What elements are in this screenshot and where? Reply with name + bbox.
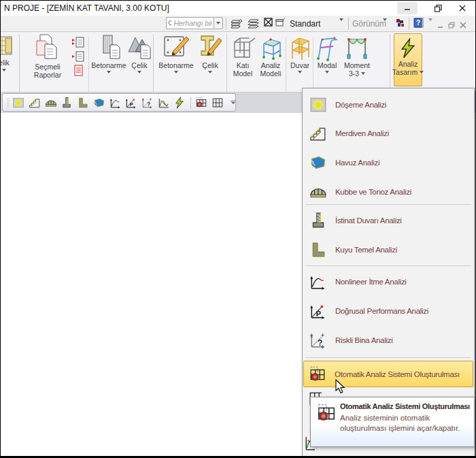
window-title: N PROJE - [ZEMİN KAT TAVANI, 3.00 KOTU] <box>4 3 169 13</box>
dome-icon <box>309 183 327 201</box>
menu-item-dogrusal-performans-analizi[interactable]: Doğrusal Performans Analizi <box>304 297 473 325</box>
secmeli-raporlar-button[interactable]: Seçmeli Raporlar <box>22 34 73 86</box>
menu-item-havuz-analizi[interactable]: Havuz Analizi <box>304 148 473 177</box>
window-view-icon[interactable] <box>275 17 286 27</box>
search-input[interactable]: Herhangi bir komut ara... <box>166 17 214 29</box>
menu-item-riskli-bina-analizi[interactable]: Riskli Bina Analizi <box>304 326 473 355</box>
mdi-restore-button[interactable] <box>447 18 456 32</box>
pushover-chart-icon <box>309 273 327 291</box>
menu-item-otomatik-analiz-sistemi[interactable]: Otomatik Analiz Sistemi Oluşturulması <box>303 361 473 387</box>
window-bottom-border <box>1 456 475 457</box>
retaining-wall-icon <box>309 212 327 229</box>
celik-rapor-button[interactable]: Çelik <box>127 34 152 86</box>
analiz-tasarim-button[interactable]: Analiz Tasarım <box>394 33 422 86</box>
view-menu[interactable]: Görünüm <box>352 19 386 29</box>
style-selector-value[interactable]: Standart <box>290 19 320 29</box>
cizim-celik-button[interactable]: Çelik <box>197 34 224 86</box>
menu-item-kubbe-tonoz-analizi[interactable]: Kubbe ve Tonoz Analizi <box>304 178 473 206</box>
retaining-wall-toolbar-icon[interactable] <box>60 95 74 110</box>
kati-model-button[interactable]: Katı Model <box>229 34 256 86</box>
modal-analysis-icon <box>314 34 340 61</box>
menu-item-istinat-duvari-analizi[interactable]: İstinat Duvarı Analizi <box>304 206 473 235</box>
red-report-icon[interactable] <box>71 65 85 77</box>
search-icon <box>168 20 171 27</box>
menu-item-nonlineer-itme-analizi[interactable]: Nonlineer İtme Analizi <box>304 267 473 296</box>
report-arrows-icon[interactable] <box>71 36 85 48</box>
well-foundation-icon <box>309 241 327 259</box>
analiz-modeli-button[interactable]: Analiz Modeli <box>257 34 284 86</box>
betonarme-rapor-button[interactable]: Betonarme <box>91 34 126 86</box>
analysis-grid-toolbar-icon[interactable] <box>210 95 224 110</box>
mdi-close-button[interactable] <box>458 18 468 32</box>
auto-analysis-toolbar-icon[interactable] <box>194 95 209 110</box>
minimize-icon <box>403 4 411 12</box>
wall-model-icon <box>287 34 313 61</box>
cizim-betonarme-button[interactable]: Betonarme <box>157 34 195 86</box>
minimize-button[interactable] <box>397 2 418 14</box>
duvar-button[interactable]: Duvar <box>288 34 312 86</box>
search-dropdown-arrow[interactable] <box>214 17 223 29</box>
performance-chart-toolbar-icon[interactable] <box>156 95 171 110</box>
pool-icon <box>309 154 327 171</box>
toolbar-drag-handle[interactable] <box>7 97 10 109</box>
dome-analysis-toolbar-icon[interactable] <box>44 95 58 110</box>
analysis-model-icon <box>257 34 284 61</box>
help-icon[interactable]: ? <box>411 17 425 29</box>
restore-icon <box>434 4 443 12</box>
stairs-icon <box>309 125 327 142</box>
solid-model-icon <box>229 34 256 61</box>
tooltip: Otomatik Analiz Sistemi Oluşturulması An… <box>310 397 475 447</box>
auto-analysis-grid-icon <box>309 365 326 383</box>
layers-forward-icon[interactable] <box>229 16 243 31</box>
slab-icon <box>309 96 327 114</box>
modal-button[interactable]: Modal <box>315 34 339 86</box>
no-view-icon[interactable] <box>263 17 273 27</box>
menu-item-merdiven-analizi[interactable]: Merdiven Analizi <box>304 119 473 148</box>
tooltip-title: Otomatik Analiz Sistemi Oluşturulması <box>340 402 470 410</box>
title-bar: N PROJE - [ZEMİN KAT TAVANI, 3.00 KOTU] <box>1 1 475 16</box>
close-icon <box>458 4 466 12</box>
render-settings-icon[interactable] <box>394 17 406 29</box>
lightning-bolt-icon <box>398 37 418 60</box>
app-window: N PROJE - [ZEMİN KAT TAVANI, 3.00 KOTU] … <box>0 0 476 458</box>
restore-button[interactable] <box>428 2 448 14</box>
moment-3-3-button[interactable]: Moment 3-3 <box>340 34 374 86</box>
slab-analysis-toolbar-icon[interactable] <box>12 95 26 110</box>
linear-performance-chart-icon <box>309 302 327 320</box>
analysis-design-toolbar-icon[interactable] <box>173 95 187 110</box>
auto-analysis-grid-icon <box>316 403 337 423</box>
command-bar: Herhangi bir komut ara... Standart Görün… <box>1 16 475 32</box>
svg-text:?: ? <box>416 19 420 27</box>
tooltip-body: Analiz sisteminin otomatik oluşturulması… <box>340 413 464 434</box>
search-placeholder: Herhangi bir komut ara... <box>173 19 212 27</box>
menu-item-kuyu-temel-analizi[interactable]: Kuyu Temel Analizi <box>304 235 473 264</box>
pool-analysis-toolbar-icon[interactable] <box>92 95 106 110</box>
close-button[interactable] <box>452 2 473 14</box>
analysis-toolbar <box>2 93 236 112</box>
report-quick-buttons <box>71 36 85 77</box>
menu-item-doseme-analizi[interactable]: Döşeme Analizi <box>304 91 473 119</box>
mdi-minimize-button[interactable] <box>436 18 445 32</box>
mouse-cursor <box>335 379 346 394</box>
risky-building-chart-icon <box>309 331 327 349</box>
concrete-report-icon <box>95 34 122 61</box>
report-arrow-icon[interactable] <box>71 50 85 63</box>
toolbar-overflow-button[interactable] <box>231 101 235 105</box>
ribbon-partial-celik-button[interactable]: elik <box>0 34 17 86</box>
table-report-icon <box>0 34 14 59</box>
risky-building-toolbar-icon[interactable] <box>141 95 155 110</box>
concrete-drawing-pencil-icon <box>162 34 190 61</box>
stairs-analysis-toolbar-icon[interactable] <box>28 95 42 110</box>
steel-report-icon <box>126 34 153 61</box>
linear-performance-toolbar-icon[interactable] <box>124 95 139 110</box>
moment-diagram-icon <box>343 34 371 61</box>
reports-stack-icon <box>35 34 61 63</box>
pushover-toolbar-icon[interactable] <box>108 95 122 110</box>
steel-drawing-pencil-icon <box>196 34 224 61</box>
layers-stack-icon[interactable] <box>246 16 260 31</box>
ribbon: elik Seçmeli Raporlar <box>1 32 475 93</box>
well-foundation-toolbar-icon[interactable] <box>76 95 90 110</box>
